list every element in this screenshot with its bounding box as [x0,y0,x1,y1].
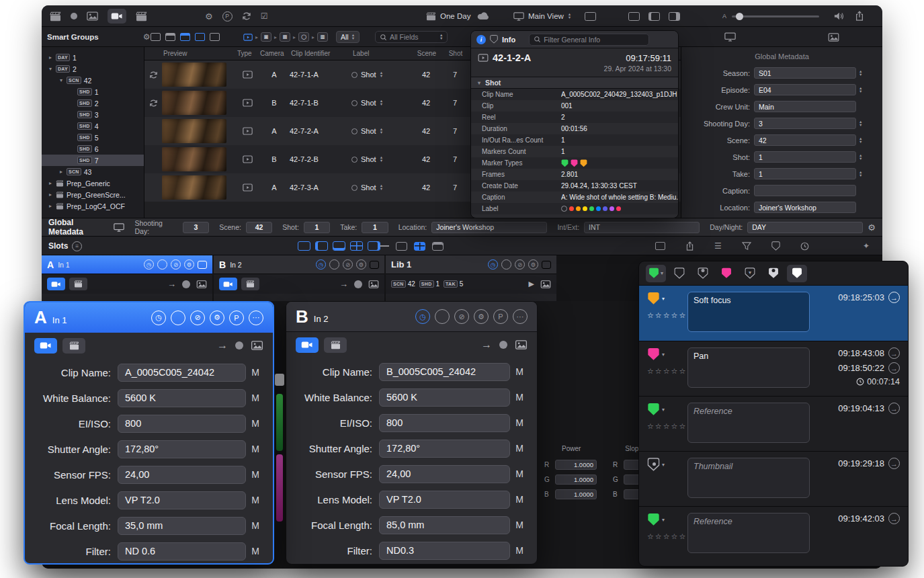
monitor-toggle-icon[interactable] [724,32,736,42]
slot-lib-header[interactable]: Lib 1 ◷ ⊘ ⚙ [386,255,556,274]
take-field[interactable]: 1 [754,168,856,179]
clip-thumbnail[interactable] [162,119,226,143]
metadata-scope-icon[interactable] [114,223,124,232]
crumb-shot[interactable]: SHD1 [419,280,439,288]
camera-view-button[interactable] [108,9,126,24]
label-dot-red[interactable] [569,206,574,211]
clock-icon[interactable]: ◷ [316,259,326,270]
path-chip-shd[interactable]: ▤ [280,32,290,42]
layout-3-icon[interactable] [333,241,345,251]
bypass-icon[interactable]: ⊘ [190,311,205,325]
pink-flag-icon[interactable] [647,347,660,361]
gear-icon[interactable]: ⚙ [528,259,538,270]
stepper-icon[interactable]: ▲▼ [859,87,862,93]
metadata-badge[interactable]: M [246,546,265,556]
sidebar-item-shd1[interactable]: SHD1 [42,86,144,97]
marker-note[interactable]: Soft focus [687,292,810,332]
chevron-down-icon[interactable]: ▾ [662,407,665,413]
grid-view-icon[interactable] [195,33,205,41]
focal-length-field[interactable]: 35,0 mm [118,517,246,535]
image-icon[interactable] [196,280,207,288]
bypass-icon[interactable]: ⊘ [343,259,353,270]
clip-search[interactable]: ▲▼ [375,31,448,43]
stepper-icon[interactable]: ▲▼ [380,128,383,134]
slot-a-header[interactable]: A In 1 ◷ ⊘ ⚙ [42,255,212,274]
chevron-right-icon[interactable]: ▸ [48,180,53,186]
global-metadata-gear-icon[interactable]: ⚙ [868,222,876,233]
chevron-right-icon[interactable]: ▸ [58,169,64,175]
list-icon[interactable]: ☰ [714,241,722,251]
play-icon[interactable]: ▶ [529,280,534,288]
sidebar-item-prep-greenscreen[interactable]: ▸Prep_GreenScre... [42,189,144,200]
metadata-badge[interactable]: M [510,417,529,428]
marker-note[interactable]: Reference [687,513,810,553]
power-blue-field[interactable]: 1.0000 [555,489,597,499]
star-rating[interactable]: ☆☆☆☆☆ [647,532,687,541]
slate-view-button[interactable] [136,11,147,22]
rows-slots-icon[interactable] [432,242,444,251]
chevron-right-icon[interactable]: ▸ [48,203,53,209]
chevron-down-icon[interactable]: ▾ [662,352,665,358]
p-mode-icon[interactable]: P [493,309,508,324]
orange-flag-icon[interactable] [647,292,660,305]
view-selector[interactable]: Main View ▲▼ [513,5,596,27]
table-view-icon[interactable] [180,33,190,41]
sidebar-item-prep-generic[interactable]: ▸Prep_Generic [42,177,144,189]
panel-a-header[interactable]: A In 1 ◷ ⊘ ⚙ P ⋯ [25,302,273,333]
arrow-icon[interactable]: → [217,339,228,352]
bypass-icon[interactable]: ⊘ [171,259,181,270]
label-dot-purple[interactable] [610,206,614,211]
layout-4-icon[interactable] [350,241,363,251]
stepper-icon[interactable]: ▲▼ [380,184,383,190]
layout-single-icon[interactable] [628,12,640,21]
scene-field[interactable]: 42 [754,134,856,146]
marker-row-selected[interactable]: ▾ ☆☆☆☆☆ Soft focus 09:18:25:03→ [639,286,908,341]
open-panel-button[interactable] [542,261,551,269]
chevron-down-icon[interactable]: ▾ [48,66,53,72]
sensor-fps-field[interactable]: 24,00 [379,465,510,483]
arrow-icon[interactable]: → [481,339,492,351]
camera-tab-button[interactable] [47,278,65,290]
star-rating[interactable]: ☆☆☆☆☆ [647,311,687,320]
metadata-badge[interactable]: M [246,418,265,429]
crumb-take[interactable]: TAK5 [444,280,463,288]
marker-row[interactable]: ▾ ☆☆☆☆☆ Reference 09:19:04:13→ [639,396,908,451]
single-slot-icon[interactable] [396,242,407,251]
sidebar-item-day2[interactable]: ▾DAY2 [42,63,144,75]
layout-1-icon[interactable] [298,241,310,251]
marker-filter-light[interactable] [763,265,784,282]
p-mode-icon[interactable]: P [229,311,244,325]
lens-model-field[interactable]: VP T2.0 [118,491,246,509]
bypass-icon[interactable]: ⊘ [515,259,525,270]
location-field[interactable]: Joiner's Workshop [431,222,547,233]
arrow-icon[interactable]: → [339,279,348,289]
arrow-icon[interactable]: → [167,279,176,289]
clip-search-input[interactable] [390,33,437,41]
speaker-icon[interactable] [833,11,844,21]
panel-toggle-icon[interactable] [151,33,161,41]
checklist-icon[interactable]: ☑ [261,11,268,21]
circle-icon[interactable] [435,309,450,324]
grid-slots-icon[interactable] [414,242,425,251]
caption-field[interactable] [754,185,856,196]
label-dot-orange[interactable] [576,206,581,211]
filter-field[interactable]: ND 0.6 [118,542,246,561]
sidebar-item-shd2[interactable]: SHD2 [42,97,144,109]
slate-tab-button[interactable] [62,338,85,354]
slate-tab-button[interactable] [241,278,259,290]
info-section-header[interactable]: ▾ Shot [471,77,678,89]
column-header-camera[interactable]: Camera [259,50,290,57]
power-green-field[interactable]: 1.0000 [555,474,597,485]
sidebar-item-scn42[interactable]: ▾SCN42 [42,75,144,86]
metadata-badge[interactable]: M [246,520,265,531]
chevron-down-icon[interactable]: ▾ [662,462,665,468]
more-icon[interactable]: ⋯ [513,309,528,324]
gear-icon[interactable]: ⚙ [356,259,366,270]
marker-row[interactable]: ▾ ☆☆☆☆☆ Pan 09:18:43:08→ 09:18:50:22→ 00… [639,341,908,396]
column-header-clip-identifier[interactable]: Clip Identifier [290,50,351,57]
goto-marker-icon[interactable]: → [888,362,900,374]
goto-marker-icon[interactable]: → [888,292,900,303]
slot-b-header[interactable]: B In 2 ◷ ⊘ ⚙ [214,255,384,274]
label-dot-indigo[interactable] [603,206,607,211]
layout-split-icon[interactable] [648,12,660,21]
